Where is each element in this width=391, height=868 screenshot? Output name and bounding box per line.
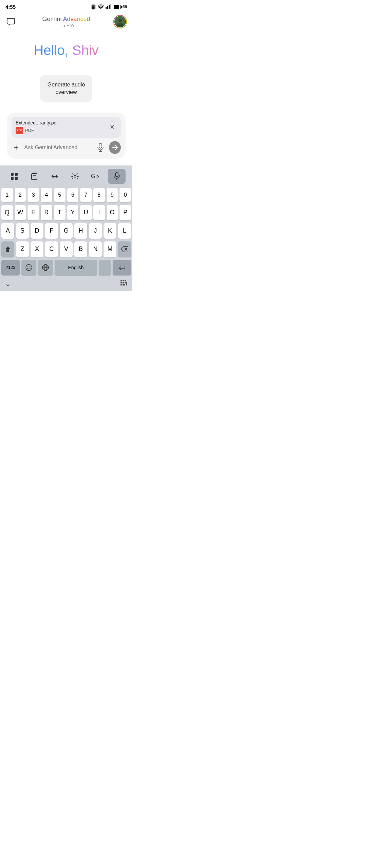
file-name: Extended...ranty.pdf [16,120,107,125]
hide-keyboard-button[interactable]: ⌄ [5,279,11,288]
key-b[interactable]: B [74,241,87,257]
key-e[interactable]: E [27,205,39,220]
space-key[interactable]: English [55,260,97,275]
period-key[interactable]: . [99,260,111,275]
svg-point-27 [27,267,28,267]
numbers-switch-key[interactable]: ?123 [1,260,20,275]
key-t[interactable]: T [54,205,66,220]
main-content: Hello, Shiv Generate audio overview Exte… [0,33,132,165]
key-j[interactable]: J [89,223,102,239]
key-d[interactable]: D [31,223,43,239]
key-z[interactable]: Z [16,241,29,257]
attached-file: Extended...ranty.pdf PDF PDF ✕ [12,117,121,138]
translate-button[interactable]: G T [88,170,103,183]
key-r[interactable]: R [41,205,52,220]
svg-rect-0 [106,7,107,9]
key-p[interactable]: P [119,205,131,220]
greeting-hello: Hello, [34,43,72,58]
key-4[interactable]: 4 [41,188,52,202]
key-9[interactable]: 9 [107,188,118,202]
app-title: Gemini Advanced [19,16,113,23]
shift-key[interactable] [1,241,14,257]
status-bar: 4:55 📳 65 [0,0,132,12]
user-avatar[interactable] [113,15,127,28]
key-q[interactable]: Q [1,205,13,220]
svg-rect-39 [125,282,126,283]
keyboard-mic-button[interactable] [108,169,126,184]
key-h[interactable]: H [74,223,87,239]
key-x[interactable]: X [31,241,43,257]
key-n[interactable]: N [89,241,102,257]
keyboard-asdf-row: A S D F G H J K L [1,223,131,239]
key-2[interactable]: 2 [15,188,26,202]
cursor-button[interactable] [47,170,62,183]
svg-rect-13 [11,177,14,180]
svg-rect-21 [115,173,118,177]
svg-rect-8 [99,143,102,148]
svg-rect-4 [7,18,15,24]
app-subtitle: 1.5 Pro [19,23,113,28]
svg-rect-14 [15,177,18,180]
voice-input-button[interactable] [96,142,106,153]
globe-key[interactable] [38,260,53,275]
key-6[interactable]: 6 [67,188,79,202]
key-l[interactable]: L [118,223,131,239]
key-1[interactable]: 1 [1,188,13,202]
clipboard-button[interactable] [27,170,42,183]
new-chat-button[interactable] [5,16,16,27]
wifi-icon [98,4,104,10]
svg-point-28 [30,267,30,267]
key-y[interactable]: Y [67,205,79,220]
keyboard-apps-button[interactable] [7,170,22,183]
svg-point-6 [118,19,122,22]
key-g[interactable]: G [60,223,73,239]
svg-rect-36 [125,280,126,281]
enter-key[interactable] [113,260,131,275]
keyboard: G T 1 2 3 4 5 6 7 8 9 0 Q W E R [0,165,132,291]
svg-rect-41 [123,284,125,285]
key-w[interactable]: W [15,205,26,220]
vibrate-icon: 📳 [91,4,96,9]
app-title-advanced: Advanced [63,16,90,22]
key-0[interactable]: 0 [119,188,131,202]
svg-rect-15 [32,174,37,180]
key-v[interactable]: V [60,241,73,257]
generate-audio-chip[interactable]: Generate audio overview [40,75,92,102]
keyboard-qwerty-row: Q W E R T Y U I O P [1,205,131,220]
svg-rect-3 [110,4,111,9]
settings-button[interactable] [68,170,82,183]
key-s[interactable]: S [16,223,29,239]
remove-file-button[interactable]: ✕ [107,122,117,132]
status-time: 4:55 [5,4,16,10]
pdf-icon: PDF [16,127,23,134]
key-k[interactable]: K [104,223,116,239]
key-8[interactable]: 8 [93,188,105,202]
key-a[interactable]: A [1,223,14,239]
svg-rect-38 [123,282,124,283]
keyboard-layout-button[interactable] [120,280,128,288]
file-info: Extended...ranty.pdf PDF PDF [16,120,107,134]
emoji-key[interactable] [21,260,36,275]
status-icons: 📳 65 [91,4,127,10]
svg-rect-37 [120,282,122,283]
send-button[interactable] [109,141,121,154]
backspace-key[interactable] [118,241,131,257]
svg-rect-42 [126,282,127,285]
key-o[interactable]: O [107,205,118,220]
key-c[interactable]: C [45,241,58,257]
signal-icon [106,4,111,10]
svg-point-26 [26,264,32,271]
text-input[interactable] [24,144,92,151]
key-5[interactable]: 5 [54,188,66,202]
svg-point-18 [74,175,76,177]
key-7[interactable]: 7 [80,188,92,202]
svg-text:T: T [95,174,97,179]
key-u[interactable]: U [80,205,92,220]
svg-rect-40 [120,284,122,285]
add-attachment-button[interactable]: + [12,142,21,153]
key-f[interactable]: F [45,223,58,239]
header-center: Gemini Advanced 1.5 Pro [19,16,113,28]
key-i[interactable]: I [93,205,105,220]
key-3[interactable]: 3 [27,188,39,202]
key-m[interactable]: M [104,241,116,257]
